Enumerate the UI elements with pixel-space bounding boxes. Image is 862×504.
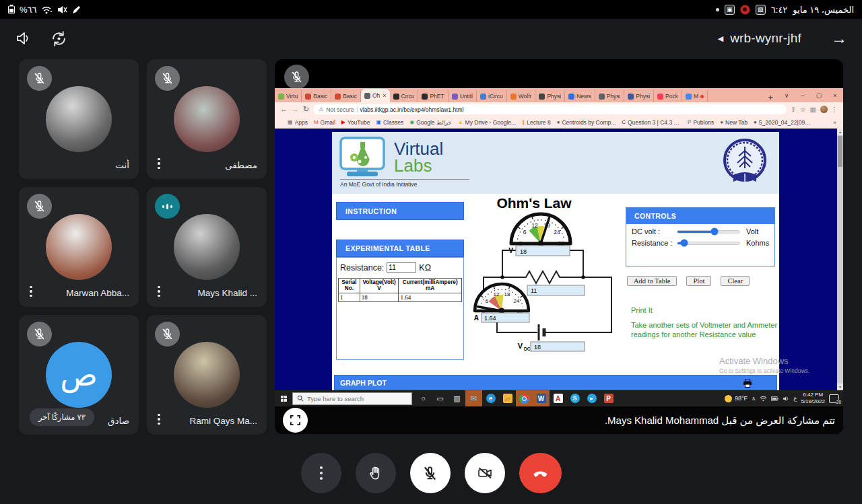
tile-menu-button[interactable] [30, 286, 32, 299]
taskbar-app-powerpoint[interactable]: P [600, 390, 617, 406]
tray-volume-icon[interactable] [783, 396, 789, 402]
browser-tab[interactable]: Virtu [275, 90, 302, 102]
maximize-button[interactable]: ▢ [811, 92, 827, 99]
bookmark-item[interactable]: ∥Lecture 8 [522, 119, 550, 126]
participant-tile-you[interactable]: أنت [19, 59, 139, 179]
taskbar-app-cortana[interactable]: ○ [415, 390, 432, 406]
print-it-link[interactable]: Print It [631, 305, 653, 315]
browser-tab[interactable]: Wolfr [507, 90, 536, 102]
bookmark-item[interactable]: ◉Google خرائط [409, 119, 452, 126]
instruction-button[interactable]: INSTRUCTION [336, 202, 464, 220]
raise-hand-button[interactable] [356, 453, 396, 493]
taskbar-app-edge[interactable]: e [482, 390, 499, 406]
bookmark-item[interactable]: ●Centroids by Comp... [557, 119, 616, 126]
participant-tile-sadiq[interactable]: ص ٧٣ مشاركًا آخرصادق [19, 315, 139, 435]
new-tab-button[interactable]: + [762, 92, 778, 102]
browser-menu-icon[interactable]: ⋮ [832, 106, 838, 113]
more-options-button[interactable] [301, 453, 341, 493]
browser-tab[interactable]: Physi [624, 90, 654, 102]
participant-tile-mustafa[interactable]: مصطفى [147, 59, 267, 179]
taskbar-app-mail[interactable]: ✉ [465, 390, 482, 406]
taskbar-app-word[interactable]: W [533, 390, 550, 406]
participant-tile-rami[interactable]: Rami Qays Ma... [147, 315, 267, 435]
minimize-button[interactable]: – [795, 92, 811, 99]
browser-tab[interactable]: iCircu [477, 90, 507, 102]
browser-tab[interactable]: News [565, 90, 595, 102]
printer-icon[interactable] [743, 379, 752, 388]
side-panel-icon[interactable]: ▥ [810, 106, 816, 113]
scrollbar-thumb[interactable] [838, 136, 842, 167]
start-button[interactable] [275, 390, 292, 406]
share-icon[interactable]: ⇧ [791, 106, 796, 113]
taskbar-app-telegram[interactable]: ▸ [583, 390, 600, 406]
bookmark-item[interactable]: ▶YouTube [341, 119, 370, 126]
tab-search-icon[interactable]: ∨ [778, 92, 795, 99]
address-bar[interactable]: ⚠ Not secure vlabs.iitkgp.ac.in/be/exp4/… [313, 104, 787, 114]
weather-widget[interactable]: 98°F [725, 395, 748, 402]
taskbar-search[interactable] [292, 392, 412, 405]
browser-tab[interactable]: Pock [654, 90, 682, 102]
participant-tile-marwan[interactable]: Marwan Abba... [19, 187, 139, 307]
search-input[interactable] [307, 395, 401, 402]
browser-tab[interactable]: Basic [331, 90, 361, 102]
browser-tab[interactable]: Oh× [361, 89, 390, 102]
speaker-button[interactable] [15, 30, 32, 47]
other-participants-badge[interactable]: ٧٣ مشاركًا آخر [30, 408, 94, 426]
taskbar-clock[interactable]: 6:42 PM5/19/2022 [801, 392, 825, 405]
bookmark-item[interactable]: ▦Apps [288, 119, 308, 126]
bookmark-item[interactable]: PPublons [688, 119, 714, 126]
bookmark-item[interactable]: ●New Tab [720, 119, 748, 126]
close-button[interactable]: × [827, 92, 843, 99]
camera-off-button[interactable] [465, 453, 505, 493]
meeting-code-row[interactable]: ◀ wrb-wynr-jhf → [718, 30, 847, 46]
hidden-icons-caret[interactable]: ∧ [752, 395, 756, 402]
forward-arrow-icon[interactable]: → [831, 30, 847, 46]
bookmark-item[interactable]: CQuestion 3 | C4.3 C... [622, 119, 682, 126]
bookmark-star-icon[interactable]: ☆ [800, 106, 806, 113]
tile-menu-button[interactable] [158, 414, 160, 427]
bookmark-item[interactable]: ▲My Drive - Google... [458, 119, 517, 126]
tab-close-icon[interactable]: × [383, 92, 386, 99]
dc-volt-slider[interactable] [677, 230, 740, 233]
screenshare-tile[interactable]: VirtuBasicBasicOh×CircuPhETUntitliCircuW… [275, 59, 843, 434]
bookmarks-overflow-chevron[interactable]: » [833, 119, 836, 126]
tile-menu-button[interactable] [158, 158, 160, 171]
page-scrollbar[interactable]: ▲ ▼ [837, 129, 843, 390]
taskbar-app-task-view[interactable]: ▭ [432, 390, 449, 406]
browser-tab[interactable]: PhET [418, 90, 448, 102]
browser-tab[interactable]: Circu [390, 90, 419, 102]
forward-icon[interactable]: → [292, 106, 299, 113]
resistance-slider[interactable] [677, 242, 740, 245]
scroll-down-icon[interactable]: ▼ [837, 384, 843, 390]
add-to-table-button[interactable]: Add to Table [627, 276, 677, 286]
taskbar-app-file-explorer[interactable]: ▱ [499, 390, 516, 406]
scroll-up-icon[interactable]: ▲ [837, 129, 843, 135]
profile-avatar[interactable] [820, 106, 828, 113]
participant-tile-mays[interactable]: Mays Khalid ... [147, 187, 267, 307]
reload-icon[interactable]: ↻ [303, 106, 309, 113]
taskbar-app-chrome[interactable] [516, 390, 533, 406]
end-call-button[interactable] [519, 453, 562, 493]
browser-tab[interactable]: Untitl [449, 90, 477, 102]
taskbar-app-skype[interactable]: S [566, 390, 583, 406]
fullscreen-button[interactable] [283, 408, 308, 433]
browser-tab[interactable]: Physi [535, 90, 565, 102]
browser-tab[interactable]: M [682, 90, 708, 102]
switch-camera-button[interactable] [50, 30, 68, 48]
bookmark-item[interactable]: ▣Classes [376, 119, 403, 126]
language-indicator[interactable]: ع [793, 395, 797, 402]
bookmark-item[interactable]: ●5_2020_04_22|09_1... [754, 119, 813, 126]
tray-battery-icon[interactable] [771, 396, 778, 402]
tile-menu-button[interactable] [158, 286, 160, 299]
browser-tab[interactable]: Physi [595, 90, 625, 102]
notification-center-icon[interactable]: 20 [829, 394, 839, 403]
clear-button[interactable]: Clear [721, 276, 750, 286]
taskbar-app-acrobat[interactable]: A [550, 390, 566, 406]
tray-wifi-icon[interactable] [760, 396, 767, 402]
mic-off-button[interactable] [410, 453, 451, 493]
bookmark-item[interactable]: MGmail [314, 119, 335, 126]
taskbar-app-store[interactable]: ▥ [449, 390, 465, 406]
back-icon[interactable]: ← [280, 106, 288, 113]
browser-tab[interactable]: Basic [302, 90, 331, 102]
resistance-input[interactable] [387, 262, 416, 273]
